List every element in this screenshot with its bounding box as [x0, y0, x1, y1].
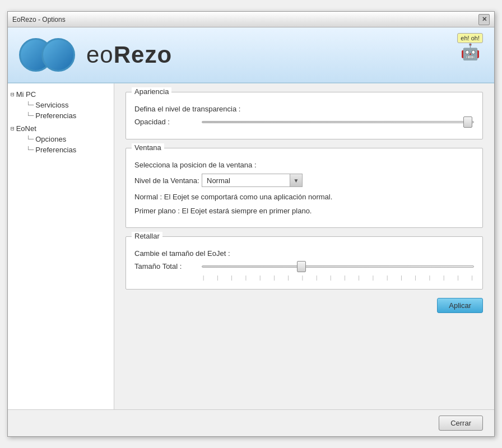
info-primer-plano: Primer plano : El Eojet estará siempre e…	[134, 206, 474, 217]
apply-button[interactable]: Aplicar	[437, 298, 483, 313]
info-normal: Normal : El Eojet se comportará como una…	[134, 192, 474, 203]
tamano-row: Tamaño Total :	[134, 262, 474, 270]
sidebar-item-eonet[interactable]: ⊟ EoNet	[11, 123, 111, 134]
nivel-row: Nivel de la Ventana: Normal ▼	[134, 174, 474, 187]
app-title-bold: Rezo	[114, 41, 172, 68]
right-panel: Apariencia Defina el nivel de transparen…	[114, 83, 494, 409]
main-window: EoRezo - Options ✕ eoRezo eh! oh! 🤖 ⊟ Mi…	[7, 11, 495, 437]
ventana-title: Ventana	[132, 143, 164, 152]
mascot-icon: 🤖	[461, 44, 480, 60]
app-title: eoRezo	[86, 41, 172, 68]
speech-bubble: eh! oh!	[457, 33, 483, 43]
tamano-slider-thumb[interactable]	[297, 261, 306, 272]
ventana-section: Ventana Selecciona la posicion de la ven…	[125, 148, 483, 228]
opacity-slider-thumb[interactable]	[463, 116, 472, 128]
sidebar-item-mi-pc[interactable]: ⊟ Mi PC	[11, 89, 111, 100]
apply-button-row: Aplicar	[125, 298, 483, 313]
expand-mi-pc: ⊟	[11, 91, 15, 98]
retallar-title: Retallar	[132, 232, 162, 240]
tamano-slider-container	[202, 265, 474, 268]
apariencia-title: Apariencia	[132, 87, 171, 96]
sidebar-label-servicioss: Servicioss	[35, 101, 68, 109]
nivel-dropdown[interactable]: Normal ▼	[202, 174, 303, 187]
sidebar-label-eonet: EoNet	[16, 124, 36, 133]
connector-preferencias-2: └─	[26, 146, 34, 153]
opacity-row: Opacidad :	[134, 118, 474, 126]
main-content: ⊟ Mi PC └─ Servicioss └─ Preferencias ⊟ …	[8, 83, 494, 409]
mascot-area: eh! oh! 🤖	[457, 33, 483, 60]
dropdown-arrow-icon: ▼	[290, 174, 302, 186]
position-desc: Selecciona la posicion de la ventana :	[134, 161, 474, 169]
transparency-desc: Defina el nivel de transparencia :	[134, 105, 474, 113]
app-header: eoRezo eh! oh! 🤖	[8, 27, 494, 83]
sidebar-item-servicioss[interactable]: └─ Servicioss	[11, 100, 111, 110]
window-close-button[interactable]: ✕	[478, 14, 490, 25]
logo-circle-right	[41, 38, 75, 72]
size-desc: Cambie el tamaño del EoJet :	[134, 249, 474, 258]
position-label: Selecciona la posicion de la ventana :	[134, 161, 257, 169]
sidebar: ⊟ Mi PC └─ Servicioss └─ Preferencias ⊟ …	[8, 83, 114, 409]
sidebar-label-preferencias-1: Preferencias	[35, 111, 76, 120]
tamano-slider-track[interactable]	[202, 265, 474, 268]
transparency-label: Defina el nivel de transparencia :	[134, 105, 240, 113]
window-title: EoRezo - Options	[12, 16, 66, 24]
sidebar-label-opciones: Opciones	[35, 135, 66, 143]
opacity-slider-track[interactable]	[202, 121, 474, 123]
expand-eonet: ⊟	[11, 125, 15, 132]
connector-opciones: └─	[26, 136, 34, 143]
retallar-section: Retallar Cambie el tamaño del EoJet : Ta…	[125, 236, 483, 290]
sidebar-label-mi-pc: Mi PC	[16, 90, 36, 99]
tamano-label: Tamaño Total :	[134, 262, 202, 270]
connector-preferencias-1: └─	[26, 112, 34, 119]
close-button[interactable]: Cerrar	[439, 416, 483, 431]
opacity-label: Opacidad :	[134, 118, 202, 126]
title-bar: EoRezo - Options ✕	[8, 12, 494, 27]
logo-container	[19, 38, 75, 72]
connector-servicioss: └─	[26, 101, 34, 109]
opacity-slider-container	[202, 121, 474, 123]
bottom-bar: Cerrar	[8, 409, 494, 436]
tamano-ticks: | | | | | | | | | | | | | | |	[134, 275, 474, 281]
sidebar-item-preferencias-2[interactable]: └─ Preferencias	[11, 144, 111, 155]
sidebar-label-preferencias-2: Preferencias	[35, 146, 76, 154]
sidebar-item-preferencias-1[interactable]: └─ Preferencias	[11, 110, 111, 121]
size-label: Cambie el tamaño del EoJet :	[134, 249, 230, 258]
app-title-normal: eo	[86, 41, 114, 68]
nivel-dropdown-value: Normal	[202, 176, 290, 185]
apariencia-section: Apariencia Defina el nivel de transparen…	[125, 92, 483, 139]
nivel-label: Nivel de la Ventana:	[134, 176, 202, 185]
sidebar-item-opciones[interactable]: └─ Opciones	[11, 134, 111, 144]
